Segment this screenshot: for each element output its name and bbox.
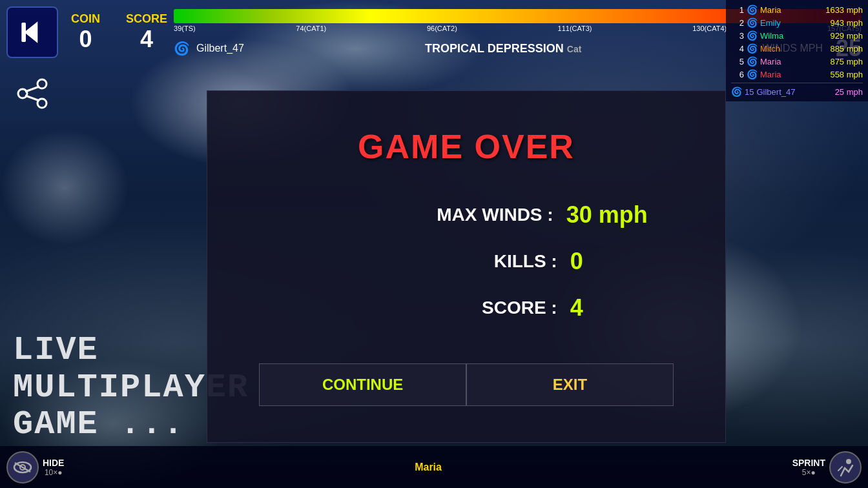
sprint-text: SPRINT (792, 458, 825, 468)
lb-speed-4: 885 mph (830, 44, 863, 54)
sprint-count: 5×● (802, 468, 816, 477)
lb-name-1: Maria (760, 5, 823, 15)
lb-row-4: 4 🌀 Mitch 885 mph (731, 42, 863, 55)
game-over-modal: GAME OVER MAX WINDS : 30 mph KILLS : 0 S… (207, 90, 726, 443)
lb-current-rank: 15 (745, 87, 754, 97)
cloud-5 (0, 129, 129, 245)
lb-hurricane-6: 🌀 (747, 69, 758, 79)
score-value: 4 (140, 26, 153, 53)
lb-current-speed: 25 mph (835, 87, 863, 97)
share-button[interactable] (13, 74, 52, 113)
kills-value: 0 (570, 248, 648, 275)
sprint-icon (829, 451, 862, 483)
hide-text: HIDE (43, 458, 64, 468)
lb-hurricane-4: 🌀 (747, 43, 758, 54)
coin-score-area: COIN 0 SCORE 4 (71, 12, 167, 53)
lb-name-5: Maria (760, 57, 827, 66)
lb-row-6: 6 🌀 Maria 558 mph (731, 68, 863, 81)
cat-label: Cat (567, 44, 582, 54)
lb-name-4: Mitch (760, 44, 827, 54)
exit-button[interactable]: EXIT (466, 363, 674, 406)
max-winds-value: 30 mph (566, 201, 648, 229)
svg-rect-1 (21, 23, 26, 42)
svg-marker-0 (25, 21, 38, 43)
coin-value: 0 (79, 26, 92, 53)
continue-button[interactable]: CONTINUE (259, 363, 466, 406)
lb-hurricane-2: 🌀 (747, 17, 758, 28)
svg-line-5 (25, 86, 39, 92)
player-name-top: Gilbert_47 (196, 43, 244, 54)
bottom-bar: HIDE 10×● Maria SPRINT 5×● (0, 446, 868, 488)
lb-current-hurricane: 🌀 (731, 86, 742, 97)
lb-name-3: Wilma (760, 31, 827, 41)
lb-row-2: 2 🌀 Emily 943 mph (731, 16, 863, 29)
lb-rank-3: 3 (731, 31, 744, 41)
score-label: SCORE (126, 12, 167, 26)
svg-point-10 (846, 459, 851, 464)
lb-rank-1: 1 (731, 5, 744, 15)
lb-divider (731, 83, 863, 83)
lb-speed-3: 929 mph (830, 31, 863, 41)
hide-label: HIDE 10×● (43, 458, 64, 477)
lb-row-5: 5 🌀 Maria 875 mph (731, 55, 863, 68)
lb-name-6: Maria (760, 70, 827, 79)
back-button[interactable] (6, 6, 58, 58)
svg-line-6 (25, 96, 39, 101)
lb-rank-5: 5 (731, 57, 744, 66)
lb-speed-2: 943 mph (830, 18, 863, 28)
bar-label-ts: 39(TS) (174, 25, 196, 32)
lb-current-name: Gilbert_47 (756, 87, 832, 97)
game-over-title: GAME OVER (358, 127, 575, 166)
bar-label-cat1: 74(CAT1) (296, 25, 326, 32)
modal-buttons: CONTINUE EXIT (259, 363, 674, 406)
sprint-button[interactable]: SPRINT 5×● (792, 451, 862, 483)
sprint-label: SPRINT 5×● (792, 458, 825, 477)
lb-row-3: 3 🌀 Wilma 929 mph (731, 29, 863, 42)
hurricane-icon: 🌀 (174, 41, 190, 56)
modal-score-value: 4 (570, 294, 648, 321)
lb-row-1: 1 🌀 Maria 1633 mph (731, 3, 863, 16)
score-block: SCORE 4 (126, 12, 167, 53)
lb-hurricane-3: 🌀 (747, 30, 758, 41)
bar-label-cat4: 130(CAT4) (692, 25, 727, 32)
hide-count: 10×● (45, 468, 63, 477)
lb-speed-6: 558 mph (830, 70, 863, 79)
coin-block: COIN 0 (71, 12, 100, 53)
depression-label: TROPICAL DEPRESSION Cat (251, 42, 756, 56)
max-winds-label: MAX WINDS : (285, 205, 566, 225)
kills-row: KILLS : 0 (285, 248, 647, 275)
lb-speed-1: 1633 mph (825, 5, 863, 15)
lb-hurricane-1: 🌀 (747, 5, 758, 15)
leaderboard: 1 🌀 Maria 1633 mph 2 🌀 Emily 943 mph 3 🌀… (726, 0, 868, 101)
hide-icon (6, 451, 39, 483)
bar-label-cat3: 111(CAT3) (558, 25, 592, 32)
hide-button[interactable]: HIDE 10×● (6, 451, 64, 483)
center-player-name: Maria (415, 462, 442, 473)
bar-label-cat2: 96(CAT2) (427, 25, 457, 32)
lb-rank-2: 2 (731, 18, 744, 28)
lb-name-2: Emily (760, 18, 827, 28)
modal-score-label: SCORE : (285, 298, 570, 318)
lb-rank-6: 6 (731, 70, 744, 79)
max-winds-row: MAX WINDS : 30 mph (285, 201, 647, 229)
kills-label: KILLS : (285, 251, 570, 272)
lb-hurricane-5: 🌀 (747, 56, 758, 66)
lb-current-row: 🌀 15 Gilbert_47 25 mph (731, 85, 863, 98)
lb-rank-4: 4 (731, 44, 744, 54)
status-text: TROPICAL DEPRESSION (425, 42, 564, 55)
coin-label: COIN (71, 12, 100, 26)
modal-score-row: SCORE : 4 (285, 294, 647, 321)
lb-speed-5: 875 mph (830, 57, 863, 66)
